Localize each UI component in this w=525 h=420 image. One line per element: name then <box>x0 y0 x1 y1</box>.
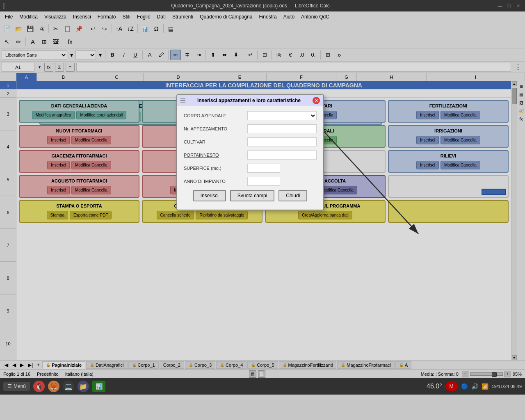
print-button[interactable]: 🖨 <box>36 23 47 34</box>
dialog-titlebar[interactable]: Inserisci appezzamenti e loro caratteris… <box>177 95 323 106</box>
taskbar-icon-calc[interactable]: 📊 <box>92 381 105 392</box>
font-color-button[interactable]: A <box>144 50 155 60</box>
nuovi-fito-inserisci-btn[interactable]: Inserisci <box>47 136 70 144</box>
tab-magazzino-fito[interactable]: 🔒 MagazzinoFitofarmaci <box>337 361 395 369</box>
rilievi-modifica-btn[interactable]: Modifica Cancella <box>441 161 480 169</box>
col-header-c[interactable]: C <box>90 73 144 81</box>
crea-banca-dati-btn[interactable]: Crea/Aggiorna banca dati <box>298 211 352 219</box>
row-header-10[interactable]: 10 <box>0 327 16 360</box>
zoom-in-button[interactable]: + <box>504 371 511 377</box>
cancella-schede-btn[interactable]: Cancella schede <box>157 211 194 219</box>
italic-button[interactable]: I <box>119 50 129 60</box>
col-header-e[interactable]: E <box>213 73 267 81</box>
menu-aiuto[interactable]: Aiuto <box>280 13 298 21</box>
special-char-button[interactable]: Ω <box>151 23 162 34</box>
tab-corpo4[interactable]: 🔒 Corpo_4 <box>216 361 247 369</box>
tab-datianagrafici[interactable]: 🔒 DatiAnagrafici <box>86 361 127 369</box>
maximize-button[interactable]: □ <box>505 2 513 9</box>
close-button[interactable]: ✕ <box>514 2 522 9</box>
giacenza-fito-modifica-btn[interactable]: Modifica Cancella <box>71 161 111 169</box>
giacenza-fito-inserisci-btn[interactable]: Inserisci <box>47 161 70 169</box>
dialog-drag-handle[interactable] <box>180 98 185 103</box>
fert-inserisci-btn[interactable]: Inserisci <box>416 111 439 119</box>
nuovi-fito-modifica-btn[interactable]: Modifica Cancella <box>71 136 111 144</box>
dialog-chiudi-button[interactable]: Chiudi <box>278 190 307 201</box>
bluetooth-icon[interactable]: 🔵 <box>461 383 468 390</box>
modifica-anagrafica-btn[interactable]: Modifica anagrafica <box>32 111 75 119</box>
input-portainnesto[interactable] <box>247 151 317 160</box>
menu-modifica[interactable]: Modifica <box>16 13 41 21</box>
chart-button[interactable]: 📊 <box>139 23 150 34</box>
decimal-add-button[interactable]: .0 <box>297 50 307 60</box>
zoom-out-button[interactable]: − <box>462 371 468 377</box>
menu-antonio[interactable]: Antonio QdC <box>298 13 333 21</box>
dialog-inserisci-button[interactable]: Inserisci <box>193 190 226 201</box>
tab-magazzino-fert[interactable]: 🔒 MagazzinoFertilizzanti <box>279 361 337 369</box>
open-button[interactable]: 📂 <box>13 23 24 34</box>
scroll-track[interactable] <box>512 86 517 355</box>
acquisto-fito-inserisci-btn[interactable]: Inserisci <box>47 186 70 194</box>
select-button[interactable]: ↖ <box>2 37 12 47</box>
sort-desc-button[interactable]: ↓Z <box>125 23 136 34</box>
tab-corpo1[interactable]: 🔒 Corpo_1 <box>128 361 159 369</box>
highlight-button[interactable]: 🖊 <box>156 50 167 60</box>
taskbar-icon-terminal[interactable]: 💻 <box>63 381 74 392</box>
menu-foglio[interactable]: Foglio <box>134 13 154 21</box>
underline-button[interactable]: U <box>130 50 141 60</box>
font-name-select[interactable]: Liberation Sans <box>2 50 67 59</box>
zoom-slider[interactable] <box>470 372 503 376</box>
draw-mode-button[interactable]: ✏ <box>13 37 24 47</box>
cut-button[interactable]: ✂ <box>50 23 61 34</box>
valign-top-button[interactable]: ⬆ <box>208 50 218 60</box>
menu-strumenti[interactable]: Strumenti <box>169 13 196 21</box>
input-corpo-aziendale[interactable] <box>247 111 317 120</box>
cell-reference-input[interactable] <box>2 63 34 72</box>
row-header-7[interactable]: 7 <box>0 229 16 262</box>
paste-button[interactable]: 📌 <box>73 23 84 34</box>
tab-nav-prev[interactable]: ◀ <box>11 361 18 369</box>
scroll-thumb[interactable] <box>512 88 517 104</box>
tab-nav-last[interactable]: ▶| <box>26 361 34 369</box>
col-header-g[interactable]: G <box>336 73 357 81</box>
modifica-corpi-btn[interactable]: Modifica corpi aziendali <box>76 111 126 119</box>
functions-icon[interactable]: fx <box>518 116 525 122</box>
minimize-button[interactable]: — <box>496 2 504 9</box>
row-header-6[interactable]: 6 <box>0 196 16 229</box>
table-button[interactable]: ⊞ <box>39 37 50 47</box>
number-format-button[interactable]: % <box>274 50 284 60</box>
taskbar-icon-firefox[interactable]: 🦊 <box>48 381 59 392</box>
wifi-icon[interactable]: 📶 <box>482 383 488 390</box>
merge-cells-button[interactable]: ⊡ <box>259 50 270 60</box>
redo-button[interactable]: ↪ <box>99 23 110 34</box>
cell-ref-dropdown[interactable]: ▾ <box>36 63 43 72</box>
new-button[interactable]: 📄 <box>2 23 12 34</box>
view-page-button[interactable]: 📄 <box>258 370 265 378</box>
gallery-icon[interactable]: 🖼 <box>518 99 525 106</box>
tab-add-button[interactable]: + <box>35 361 41 369</box>
vertical-scrollbar[interactable]: ▲ ▼ <box>511 81 517 360</box>
formula-more-button[interactable]: ⋮ <box>513 62 523 73</box>
tab-paginainiziale[interactable]: 🔒 PaginaIniziale <box>42 361 85 369</box>
font-name-dropdown[interactable]: ▾ <box>68 50 75 60</box>
input-cultivar[interactable] <box>247 137 317 146</box>
row-header-1[interactable]: 1 <box>0 81 16 89</box>
wrap-text-button[interactable]: ↵ <box>245 50 256 60</box>
align-center-button[interactable]: ∓ <box>182 50 192 60</box>
row-header-3[interactable]: 3 <box>0 98 16 130</box>
menu-file[interactable]: File <box>2 13 16 21</box>
gmail-icon[interactable]: M <box>445 381 458 391</box>
tab-nav-first[interactable]: |◀ <box>2 361 10 369</box>
sidebar-button[interactable]: ▤ <box>165 23 176 34</box>
dialog-close-button[interactable]: ✕ <box>313 97 320 104</box>
font-size-select[interactable] <box>75 50 96 59</box>
image-button[interactable]: 🖼 <box>50 37 61 47</box>
col-header-h[interactable]: H <box>357 73 427 81</box>
menu-finestra[interactable]: Finestra <box>256 13 280 21</box>
save-button[interactable]: 💾 <box>25 23 35 34</box>
tab-corpo2[interactable]: Corpo_2 <box>160 361 184 369</box>
font-size-dropdown[interactable]: ▾ <box>97 50 103 60</box>
input-anno-impianto[interactable] <box>247 177 280 186</box>
irrig-inserisci-btn[interactable]: Inserisci <box>416 136 439 144</box>
scroll-down-button[interactable]: ▼ <box>512 355 517 360</box>
valign-mid-button[interactable]: ⬌ <box>219 50 230 60</box>
